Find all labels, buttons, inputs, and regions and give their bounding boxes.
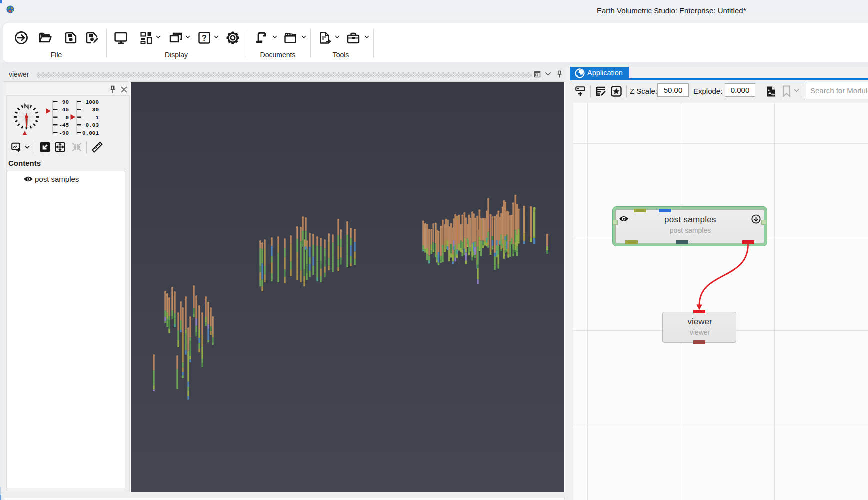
svg-text:-90: -90 bbox=[59, 130, 69, 136]
svg-text:90: 90 bbox=[62, 100, 69, 106]
svg-text:0.001: 0.001 bbox=[82, 130, 99, 136]
svg-text:-45: -45 bbox=[59, 122, 69, 128]
svg-text:45: 45 bbox=[62, 107, 69, 113]
svg-text:0.03: 0.03 bbox=[86, 122, 99, 128]
svg-text:0: 0 bbox=[65, 115, 69, 121]
svg-text:?: ? bbox=[202, 34, 207, 42]
svg-text:1: 1 bbox=[95, 115, 99, 121]
svg-text:1000: 1000 bbox=[86, 100, 99, 106]
svg-text:30: 30 bbox=[92, 107, 99, 113]
